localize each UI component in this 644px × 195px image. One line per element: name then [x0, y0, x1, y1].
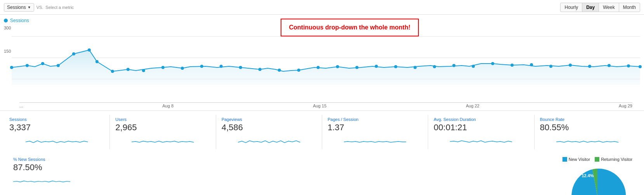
x-label-aug29: Aug 29	[619, 104, 632, 108]
metric-sessions-title: Sessions	[9, 117, 104, 122]
svg-point-11	[111, 70, 114, 73]
svg-point-14	[161, 66, 165, 69]
annotation-text: Continuous drop-down the whole month!	[289, 24, 410, 31]
metric-pages-session-value: 1.37	[328, 123, 422, 133]
avg-session-sparkline	[434, 134, 528, 146]
metric-pageviews-title: Pageviews	[222, 117, 316, 122]
svg-point-36	[588, 65, 591, 68]
metric-new-sessions-title: % New Sessions	[13, 157, 70, 162]
metric-users-value: 2,965	[115, 123, 210, 133]
svg-point-23	[336, 65, 339, 68]
svg-point-25	[375, 65, 378, 68]
pageviews-sparkline	[222, 134, 316, 146]
metric-pages-session: Pages / Session 1.37	[322, 115, 428, 149]
sessions-legend-label: Sessions	[10, 18, 29, 23]
time-period-buttons: Hourly Day Week Month	[561, 3, 640, 12]
x-axis: ... Aug 8 Aug 15 Aug 22 Aug 29	[19, 102, 632, 109]
new-visitor-color	[562, 157, 567, 162]
svg-point-6	[41, 62, 44, 65]
select-metric-label: Select a metric	[45, 5, 74, 10]
pie-section: New Visitor Returning Visitor 87.6% 12.4…	[555, 153, 640, 195]
svg-point-8	[72, 52, 75, 55]
svg-point-31	[491, 62, 494, 65]
svg-point-13	[142, 69, 145, 72]
bottom-section: % New Sessions 87.50% New Visitor Return…	[0, 153, 644, 195]
metrics-row-2: % New Sessions 87.50%	[4, 155, 555, 193]
svg-point-7	[57, 64, 60, 67]
dropdown-arrow: ▼	[28, 5, 31, 9]
svg-point-22	[317, 66, 320, 69]
svg-point-38	[627, 64, 630, 67]
vs-label: VS.	[36, 5, 43, 10]
month-button[interactable]: Month	[619, 3, 640, 12]
y-label-300: 300	[4, 26, 11, 30]
svg-point-28	[433, 65, 436, 68]
metric-users: Users 2,965	[110, 115, 216, 149]
svg-point-24	[355, 66, 358, 69]
svg-point-18	[239, 66, 242, 69]
pie-legend: New Visitor Returning Visitor	[562, 157, 633, 162]
annotation-box: Continuous drop-down the whole month!	[280, 19, 419, 36]
metric-new-sessions-value: 87.50%	[13, 162, 70, 173]
pie-chart-svg: 87.6% 12.4%	[566, 165, 628, 195]
returning-visitor-label: Returning Visitor	[601, 157, 632, 162]
metrics-left: % New Sessions 87.50%	[4, 153, 555, 195]
day-button[interactable]: Day	[582, 3, 599, 12]
bounce-rate-sparkline	[540, 134, 635, 146]
svg-point-33	[530, 63, 533, 66]
metric-bounce-rate-value: 80.55%	[540, 123, 635, 133]
metric-pageviews: Pageviews 4,586	[216, 115, 322, 149]
y-axis: 300 150	[4, 25, 19, 91]
svg-point-39	[639, 65, 642, 68]
hourly-button[interactable]: Hourly	[560, 3, 582, 12]
svg-point-10	[95, 60, 99, 63]
dropdown-label: Sessions	[7, 5, 26, 10]
metric-users-title: Users	[115, 117, 210, 122]
x-label-aug15: Aug 15	[313, 104, 326, 108]
svg-point-5	[26, 64, 29, 67]
pages-session-sparkline	[328, 134, 422, 146]
x-label-0: ...	[19, 104, 23, 108]
svg-point-29	[452, 64, 455, 67]
metric-sessions-value: 3,337	[9, 123, 104, 133]
sessions-sparkline	[9, 134, 104, 146]
metric-avg-session-value: 00:01:21	[434, 123, 528, 133]
week-button[interactable]: Week	[599, 3, 619, 12]
x-label-aug8: Aug 8	[162, 104, 174, 108]
new-sessions-sparkline	[13, 174, 70, 186]
returning-visitor-color	[595, 157, 599, 162]
metric-pageviews-value: 4,586	[222, 123, 316, 133]
metric-bounce-rate-title: Bounce Rate	[540, 117, 635, 122]
metric-pages-session-title: Pages / Session	[328, 117, 422, 122]
svg-point-20	[278, 69, 281, 72]
pie-chart-container: 87.6% 12.4%	[566, 165, 628, 195]
metrics-row-1: Sessions 3,337 Users 2,965 Pageviews 4,5…	[0, 110, 644, 153]
new-visitor-label: New Visitor	[569, 157, 590, 162]
pie-legend-new-visitor: New Visitor	[562, 157, 590, 162]
svg-point-27	[413, 66, 417, 69]
svg-point-12	[127, 68, 130, 71]
metric-avg-session: Avg. Session Duration 00:01:21	[428, 115, 534, 149]
svg-point-21	[297, 69, 300, 72]
svg-point-30	[472, 65, 475, 68]
top-bar: Sessions ▼ VS. Select a metric Hourly Da…	[0, 0, 644, 15]
svg-point-35	[569, 64, 572, 67]
returning-visitor-pct-label: 12.4%	[582, 173, 594, 178]
x-label-aug22: Aug 22	[466, 104, 479, 108]
metric-avg-session-title: Avg. Session Duration	[434, 117, 528, 122]
svg-point-17	[220, 65, 223, 68]
metric-new-sessions: % New Sessions 87.50%	[8, 155, 76, 189]
top-left-controls: Sessions ▼ VS. Select a metric	[4, 3, 74, 12]
sessions-legend-dot	[4, 19, 8, 22]
svg-point-34	[549, 65, 552, 68]
metric-sessions: Sessions 3,337	[4, 115, 110, 149]
chart-area: Sessions Continuous drop-down the whole …	[0, 15, 644, 109]
sessions-dropdown[interactable]: Sessions ▼	[4, 3, 34, 12]
svg-point-16	[200, 65, 203, 68]
svg-point-9	[88, 48, 91, 52]
svg-point-15	[181, 67, 184, 70]
pie-legend-returning-visitor: Returning Visitor	[595, 157, 632, 162]
svg-point-32	[510, 64, 514, 67]
users-sparkline	[115, 134, 210, 146]
svg-point-26	[394, 65, 397, 68]
